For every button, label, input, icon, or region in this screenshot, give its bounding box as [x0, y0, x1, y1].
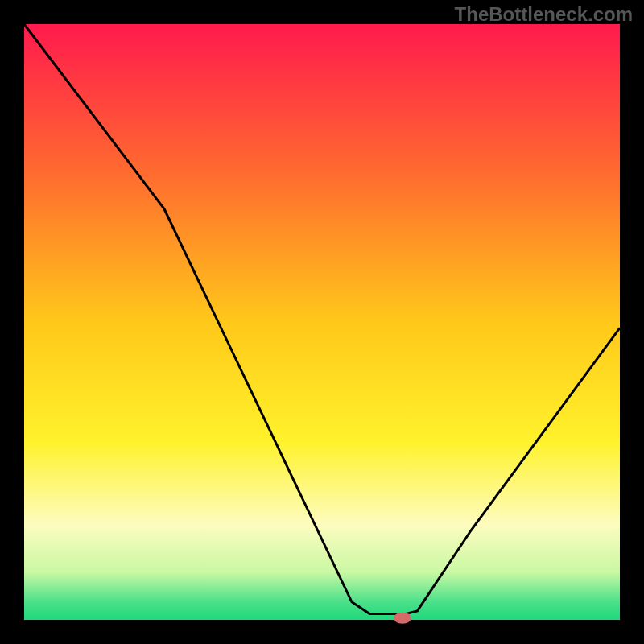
watermark-text: TheBottleneck.com [455, 3, 633, 26]
optimal-marker [394, 613, 411, 624]
plot-background [24, 24, 620, 620]
chart-frame: { "watermark": "TheBottleneck.com", "cha… [0, 0, 644, 644]
bottleneck-chart [0, 0, 644, 644]
